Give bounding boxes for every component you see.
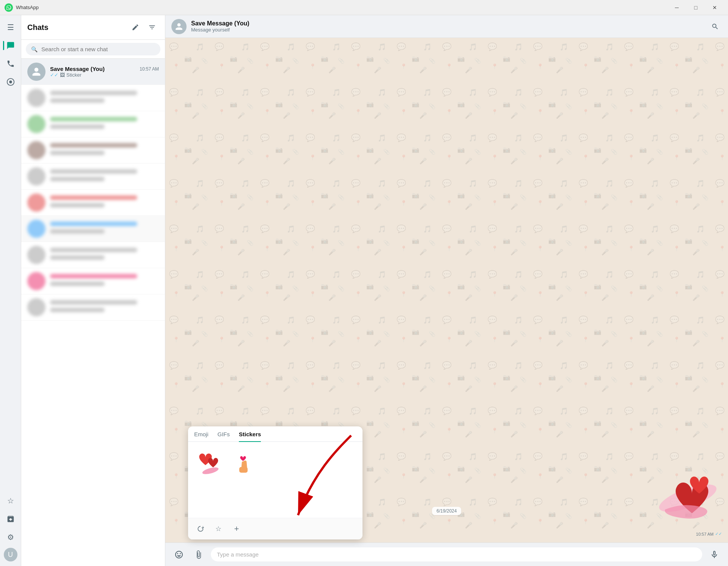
sidebar-actions (129, 20, 159, 34)
add-stickers-button[interactable]: + (231, 523, 243, 535)
chat-header: Save Message (You) Message yourself (165, 15, 728, 38)
tab-gifs[interactable]: GIFs (218, 431, 230, 442)
search-input-wrap[interactable]: 🔍 (26, 43, 160, 55)
nav-settings-icon[interactable]: ⚙ (3, 530, 18, 545)
blur-avatar-5 (27, 193, 46, 212)
sticker-item-hand-heart[interactable] (229, 448, 259, 478)
attach-button[interactable] (191, 547, 206, 562)
chat-header-avatar (171, 19, 187, 34)
close-button[interactable]: ✕ (706, 2, 723, 14)
blur-avatar-2 (27, 115, 46, 133)
emoji-button[interactable] (171, 547, 187, 562)
svg-point-0 (5, 3, 13, 12)
chat-header-info: Save Message (You) Message yourself (191, 20, 704, 33)
maximize-button[interactable]: □ (687, 2, 704, 14)
chat-item-blurred-7[interactable] (21, 242, 165, 268)
user-avatar[interactable]: U (4, 548, 17, 561)
message-input-bar (165, 542, 728, 566)
chat-item-blurred-4[interactable] (21, 164, 165, 190)
blur-avatar-1 (27, 89, 46, 107)
chat-info-save-message: Save Message (You) 10:57 AM ✓✓ 🖼 Sticker (50, 66, 159, 78)
blur-avatar-7 (27, 246, 46, 264)
sticker-item-hearts[interactable] (194, 448, 224, 478)
blur-content-6 (50, 222, 159, 236)
messages-area: 10:57 AM ✓✓ (640, 443, 728, 542)
svg-point-11 (202, 466, 219, 476)
chat-item-blurred-1[interactable] (21, 85, 165, 111)
chat-item-blurred-9[interactable] (21, 294, 165, 321)
nav-starred-icon[interactable]: ☆ (3, 493, 18, 508)
sticker-icon: 🖼 (60, 72, 65, 78)
sidebar-header: Chats (21, 15, 165, 40)
recent-stickers-button[interactable] (194, 523, 206, 535)
filter-button[interactable] (145, 20, 159, 34)
starred-stickers-button[interactable]: ☆ (212, 523, 224, 535)
svg-rect-14 (239, 467, 248, 473)
blur-content-5 (50, 195, 159, 210)
sticker-picker: Emoji GIFs Stickers (188, 426, 362, 539)
mic-button[interactable] (707, 547, 722, 562)
picker-tabs: Emoji GIFs Stickers (188, 426, 362, 442)
chat-avatar-save-message (27, 63, 46, 81)
new-chat-button[interactable] (129, 20, 142, 34)
search-bar: 🔍 (21, 40, 165, 59)
titlebar-left: WhatsApp (5, 3, 39, 12)
sticker-display (646, 449, 722, 531)
message-meta: 10:57 AM ✓✓ (696, 531, 722, 536)
search-icon: 🔍 (31, 46, 38, 52)
minimize-button[interactable]: ─ (668, 2, 686, 14)
blur-content-9 (50, 300, 159, 314)
blur-content-7 (50, 248, 159, 262)
whatsapp-logo-icon (5, 3, 13, 12)
tab-emoji[interactable]: Emoji (194, 431, 209, 442)
blur-avatar-8 (27, 272, 46, 290)
date-divider: 6/19/2024 (432, 507, 461, 515)
titlebar: WhatsApp ─ □ ✕ (0, 0, 728, 15)
chat-name: Save Message (You) (50, 66, 105, 72)
blur-content-3 (50, 143, 159, 157)
blur-avatar-9 (27, 298, 46, 316)
chat-search-button[interactable] (708, 20, 722, 33)
chat-item-save-message[interactable]: Save Message (You) 10:57 AM ✓✓ 🖼 Sticker (21, 59, 165, 85)
blur-content-4 (50, 169, 159, 184)
chat-header-name: Save Message (You) (191, 20, 704, 27)
nav-chats-icon[interactable] (3, 38, 18, 53)
date-badge: 6/19/2024 (432, 507, 461, 515)
double-check-icon: ✓✓ (50, 72, 58, 78)
chat-header-status: Message yourself (191, 27, 704, 33)
nav-status-icon[interactable] (3, 74, 18, 90)
chat-item-blurred-3[interactable] (21, 137, 165, 164)
nav-menu-icon[interactable]: ☰ (3, 20, 18, 35)
main-chat-area: Save Message (You) Message yourself 💬 📷 … (165, 15, 728, 566)
window-controls: ─ □ ✕ (668, 2, 723, 14)
tab-stickers[interactable]: Stickers (239, 431, 261, 442)
message-check-icon: ✓✓ (715, 531, 722, 536)
message-time: 10:57 AM (696, 532, 714, 536)
picker-footer: ☆ + (188, 518, 362, 539)
chat-preview: ✓✓ 🖼 Sticker (50, 72, 159, 78)
blur-avatar-6 (27, 220, 46, 238)
svg-point-2 (9, 80, 12, 83)
blur-content-2 (50, 117, 159, 131)
nav-calls-icon[interactable] (3, 56, 18, 71)
blur-avatar-3 (27, 141, 46, 159)
app-container: ☰ ☆ ⚙ U Chats (0, 15, 728, 566)
sidebar-title: Chats (27, 23, 49, 32)
chat-time: 10:57 AM (140, 66, 159, 72)
nav-rail: ☰ ☆ ⚙ U (0, 15, 21, 566)
picker-content (188, 442, 362, 518)
chat-item-blurred-8[interactable] (21, 268, 165, 294)
blur-avatar-4 (27, 167, 46, 186)
nav-archived-icon[interactable] (3, 511, 18, 527)
preview-text: Sticker (66, 72, 82, 78)
sidebar: Chats 🔍 (21, 15, 165, 566)
app-title: WhatsApp (16, 5, 39, 10)
sticker-message: 10:57 AM ✓✓ (646, 449, 722, 536)
chat-item-blurred-2[interactable] (21, 111, 165, 137)
blur-content-1 (50, 91, 159, 105)
chat-list: Save Message (You) 10:57 AM ✓✓ 🖼 Sticker (21, 59, 165, 566)
chat-item-blurred-5[interactable] (21, 190, 165, 216)
search-input[interactable] (41, 46, 155, 52)
chat-item-blurred-6[interactable] (21, 216, 165, 242)
message-input[interactable] (211, 547, 702, 561)
